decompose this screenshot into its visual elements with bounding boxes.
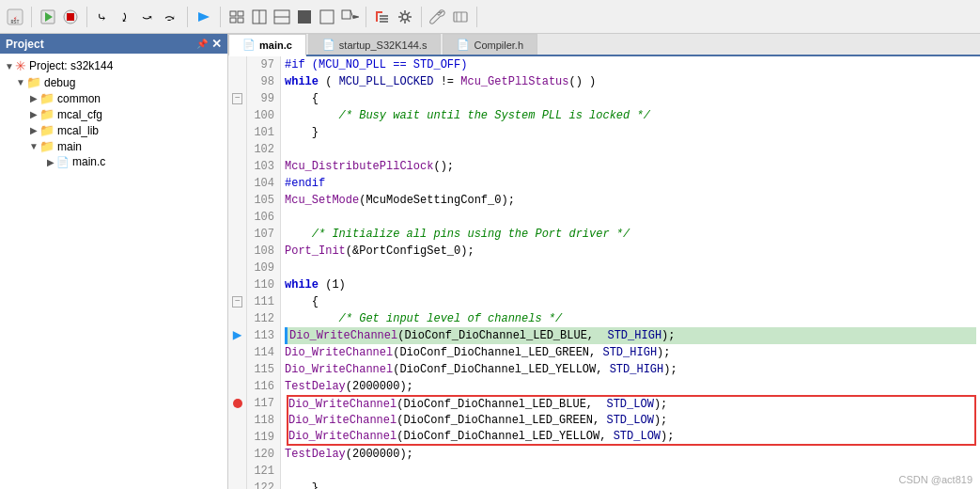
step-back-button[interactable]: ⤼ [161,7,181,27]
line-number-114: 114 [253,344,274,361]
code-line-101: } [285,124,976,141]
marker-104 [228,175,246,192]
line-number-122: 122 [253,480,274,489]
sidebar-item-debug[interactable]: ▼ 📁 debug [0,74,227,90]
line-number-121: 121 [253,463,274,480]
forward-button[interactable] [194,7,214,27]
expand-icon-common: ▶ [28,93,39,103]
marker-110 [228,276,246,293]
svg-line-36 [400,19,403,22]
svg-line-35 [408,12,411,15]
line-number-112: 112 [253,310,274,327]
expand-icon-mcal-lib: ▶ [28,125,39,135]
wrench-button[interactable] [428,7,448,27]
step-over-button[interactable]: ⤸ [116,7,136,27]
code-editor[interactable]: −−▶ 979899100101102103104105106107108109… [228,56,980,489]
svg-line-33 [400,12,403,15]
code-line-120: TestDelay(2000000); [285,446,976,463]
line-number-113: 113 [253,327,274,344]
folder-icon-debug: 📁 [26,75,41,89]
svg-text:⤷: ⤷ [97,11,107,25]
svg-text:⤻: ⤻ [142,11,152,25]
line-number-97: 97 [253,56,274,73]
sidebar-item-main[interactable]: ▼ 📁 main [0,138,227,154]
code-line-100: /* Busy wait until the System PLL is loc… [285,107,976,124]
line-number-111: 111 [253,293,274,310]
line-number-109: 109 [253,260,274,276]
marker-121 [228,463,246,480]
reset-button[interactable]: ⚡ RST [5,7,25,27]
code-content[interactable]: #if (MCU_NO_PLL == STD_OFF) while ( MCU_… [281,56,980,489]
svg-rect-20 [298,10,311,24]
sidebar-item-main-c[interactable]: ▶ 📄 main.c [0,154,227,169]
fold-icon[interactable]: − [232,296,241,308]
settings2-button[interactable] [450,7,471,27]
tab-label-compiler: Compiler.h [474,39,523,51]
marker-97 [228,56,246,73]
svg-rect-37 [454,12,467,22]
stop-button[interactable] [60,7,81,27]
marker-99: − [228,90,246,107]
svg-point-28 [402,14,408,20]
fold-icon[interactable]: − [232,93,241,104]
build-button[interactable] [372,7,393,27]
view-btn5[interactable] [317,7,337,27]
sidebar-item-common[interactable]: ▶ 📁 common [0,90,227,106]
step-into-button[interactable]: ⤷ [93,7,114,27]
toolbar-group-reset: ⚡ RST [5,7,32,27]
step-out-button[interactable]: ⤻ [138,7,159,27]
line-number-115: 115 [253,361,274,378]
view-btn2[interactable] [249,7,270,27]
code-line-116: TestDelay(2000000); [285,378,976,395]
line-number-106: 106 [253,209,274,226]
folder-icon-mcal-cfg: 📁 [39,107,54,121]
code-line-99: { [285,90,976,107]
code-line-113: Dio_WriteChannel(DioConf_DioChannel_LED_… [285,327,976,344]
toolbar-group-wrench [428,7,477,27]
run-button[interactable] [38,7,58,27]
svg-marker-24 [353,15,359,19]
close-icon[interactable]: ✕ [211,37,222,51]
svg-rect-22 [342,10,350,19]
view-btn6[interactable] [339,7,360,27]
sidebar-item-project[interactable]: ▼ ✳ Project: s32k144 [0,57,227,74]
line-number-107: 107 [253,226,274,243]
marker-115 [228,361,246,378]
view-btn4[interactable] [294,7,315,27]
tab-compiler[interactable]: 📄 Compiler.h [443,34,537,55]
marker-101 [228,124,246,141]
tab-main-c[interactable]: 📄 main.c [228,34,306,56]
code-line-109 [285,260,976,276]
svg-rect-6 [67,13,74,21]
tab-file-icon-startup: 📄 [322,39,335,51]
toolbar-group-run [38,7,87,27]
marker-108 [228,243,246,260]
code-line-107: /* Initialize all pins using the Port dr… [285,226,976,243]
line-number-100: 100 [253,107,274,124]
tab-label-startup: startup_S32K144.s [339,39,428,51]
expand-icon: ▼ [4,61,15,71]
main-folder-label: main [57,140,82,153]
sidebar-item-mcal-lib[interactable]: ▶ 📁 mcal_lib [0,122,227,138]
toolbar-group-tools [372,7,422,27]
svg-text:⤼: ⤼ [164,11,175,25]
settings-button[interactable] [395,7,415,27]
sidebar-item-mcal-cfg[interactable]: ▶ 📁 mcal_cfg [0,106,227,122]
expand-icon-main: ▼ [28,141,39,151]
view-btn1[interactable] [226,7,247,27]
main-area: Project 📌 ✕ ▼ ✳ Project: s32k144 ▼ 📁 deb… [0,34,980,489]
fold-marker-column: −−▶ [228,56,247,489]
code-line-114: Dio_WriteChannel(DioConf_DioChannel_LED_… [285,344,976,361]
pin-icon[interactable]: 📌 [196,39,208,49]
line-number-118: 118 [253,412,274,429]
marker-120 [228,446,246,463]
marker-107 [228,226,246,243]
code-line-98: while ( MCU_PLL_LOCKED != Mcu_GetPllStat… [285,73,976,90]
sidebar: Project 📌 ✕ ▼ ✳ Project: s32k144 ▼ 📁 deb… [0,34,228,489]
file-icon-main-c: 📄 [56,156,70,168]
toolbar: ⚡ RST ⤷ ⤸ ⤻ ⤼ [0,0,980,34]
code-line-112: /* Get input level of channels */ [285,310,976,327]
view-btn3[interactable] [272,7,292,27]
tab-startup[interactable]: 📄 startup_S32K144.s [308,34,442,55]
marker-109 [228,260,246,276]
